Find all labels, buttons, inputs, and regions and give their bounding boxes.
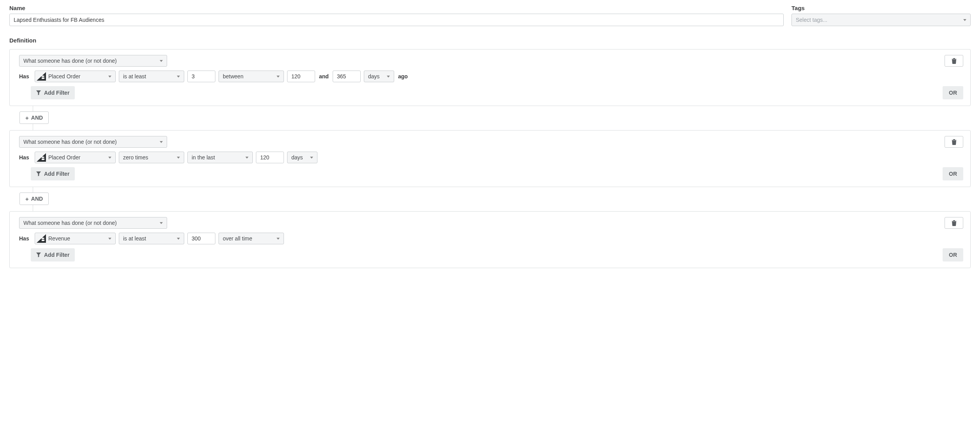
operator-value: is at least — [123, 73, 146, 79]
add-filter-label: Add Filter — [44, 171, 69, 177]
delete-group-button[interactable] — [945, 55, 963, 67]
tags-select[interactable]: Select tags... — [791, 14, 971, 26]
tags-placeholder: Select tags... — [796, 17, 827, 23]
chevron-down-icon — [108, 76, 111, 78]
condition-group: What someone has done (or not done) Has … — [9, 49, 971, 106]
condition-type-select[interactable]: What someone has done (or not done) — [19, 136, 167, 148]
timeframe-select[interactable]: over all time — [219, 233, 284, 244]
timeframe-unit-value: days — [368, 73, 380, 79]
and-label: AND — [31, 196, 43, 202]
has-label: Has — [19, 235, 31, 242]
add-filter-button[interactable]: Add Filter — [31, 167, 75, 180]
timeframe-value: over all time — [223, 235, 252, 242]
chevron-down-icon — [963, 19, 966, 21]
has-label: Has — [19, 154, 31, 161]
metric-value: Placed Order — [48, 73, 103, 79]
chevron-down-icon — [310, 157, 313, 159]
add-and-button[interactable]: + AND — [19, 193, 49, 205]
plus-icon: + — [25, 196, 29, 202]
and-word: and — [318, 73, 330, 79]
chevron-down-icon — [108, 157, 111, 159]
chevron-down-icon — [387, 76, 390, 78]
has-label: Has — [19, 73, 31, 79]
name-label: Name — [9, 5, 784, 11]
condition-type-value: What someone has done (or not done) — [23, 139, 117, 145]
chevron-down-icon — [160, 141, 163, 143]
chevron-down-icon — [277, 238, 280, 240]
filter-icon — [36, 90, 41, 95]
and-connector: + AND — [24, 106, 971, 130]
add-filter-button[interactable]: Add Filter — [31, 248, 75, 261]
filter-icon — [36, 171, 41, 176]
add-filter-label: Add Filter — [44, 252, 69, 258]
timeframe-unit-select[interactable]: days — [287, 152, 317, 163]
delete-group-button[interactable] — [945, 136, 963, 148]
operator-value: is at least — [123, 235, 146, 242]
delete-group-button[interactable] — [945, 217, 963, 229]
bigcommerce-icon — [37, 72, 46, 81]
metric-value: Revenue — [48, 235, 103, 242]
timeframe-unit-value: days — [291, 154, 303, 161]
or-button[interactable]: OR — [943, 167, 963, 180]
and-connector: + AND — [24, 187, 971, 211]
condition-type-select[interactable]: What someone has done (or not done) — [19, 55, 167, 67]
count-input[interactable] — [187, 71, 215, 82]
operator-select[interactable]: is at least — [119, 233, 184, 244]
and-label: AND — [31, 115, 43, 121]
trash-icon — [952, 220, 957, 226]
plus-icon: + — [25, 115, 29, 121]
metric-select[interactable]: Placed Order — [35, 71, 116, 82]
condition-group: What someone has done (or not done) Has … — [9, 211, 971, 268]
chevron-down-icon — [277, 76, 280, 78]
metric-select[interactable]: Revenue — [35, 233, 116, 244]
condition-type-select[interactable]: What someone has done (or not done) — [19, 217, 167, 229]
definition-label: Definition — [9, 37, 971, 44]
trash-icon — [952, 139, 957, 145]
timeframe-value: in the last — [192, 154, 215, 161]
timeframe-select[interactable]: in the last — [187, 152, 253, 163]
ago-word: ago — [397, 73, 409, 79]
timeframe-start-input[interactable] — [287, 71, 315, 82]
metric-value: Placed Order — [48, 154, 103, 161]
filter-icon — [36, 253, 41, 257]
metric-select[interactable]: Placed Order — [35, 152, 116, 163]
name-input[interactable] — [9, 14, 784, 26]
operator-value: zero times — [123, 154, 148, 161]
bigcommerce-icon — [37, 153, 46, 162]
count-input[interactable] — [187, 233, 215, 244]
or-button[interactable]: OR — [943, 86, 963, 99]
trash-icon — [952, 58, 957, 64]
timeframe-value: between — [223, 73, 243, 79]
timeframe-end-input[interactable] — [333, 71, 361, 82]
add-filter-button[interactable]: Add Filter — [31, 86, 75, 99]
operator-select[interactable]: zero times — [119, 152, 184, 163]
chevron-down-icon — [245, 157, 249, 159]
condition-type-value: What someone has done (or not done) — [23, 220, 117, 226]
add-and-button[interactable]: + AND — [19, 111, 49, 124]
chevron-down-icon — [108, 238, 111, 240]
condition-type-value: What someone has done (or not done) — [23, 58, 117, 64]
or-button[interactable]: OR — [943, 248, 963, 261]
chevron-down-icon — [177, 238, 180, 240]
tags-label: Tags — [791, 5, 971, 11]
chevron-down-icon — [160, 60, 163, 62]
chevron-down-icon — [177, 157, 180, 159]
timeframe-value-input[interactable] — [256, 152, 284, 163]
condition-group: What someone has done (or not done) Has … — [9, 130, 971, 187]
chevron-down-icon — [160, 222, 163, 224]
operator-select[interactable]: is at least — [119, 71, 184, 82]
timeframe-unit-select[interactable]: days — [364, 71, 394, 82]
chevron-down-icon — [177, 76, 180, 78]
timeframe-select[interactable]: between — [219, 71, 284, 82]
bigcommerce-icon — [37, 234, 46, 243]
add-filter-label: Add Filter — [44, 90, 69, 96]
